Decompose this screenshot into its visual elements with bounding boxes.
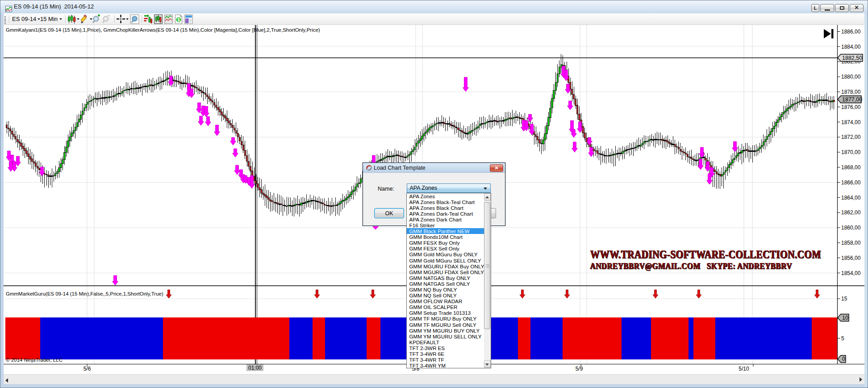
svg-text:10: 10 bbox=[842, 315, 848, 321]
svg-text:1877,00: 1877,00 bbox=[842, 96, 862, 103]
svg-text:0: 0 bbox=[842, 356, 845, 362]
svg-text:1886,00: 1886,00 bbox=[841, 29, 861, 35]
svg-text:1882,50: 1882,50 bbox=[842, 55, 862, 61]
svg-text:5: 5 bbox=[841, 335, 844, 342]
svg-text:1872,00: 1872,00 bbox=[841, 134, 861, 140]
svg-text:1858,00: 1858,00 bbox=[841, 240, 861, 246]
svg-text:1862,00: 1862,00 bbox=[841, 209, 861, 216]
svg-text:1866,00: 1866,00 bbox=[841, 179, 861, 186]
svg-text:15: 15 bbox=[841, 296, 847, 302]
svg-text:1876,00: 1876,00 bbox=[841, 104, 861, 110]
svg-text:1884,00: 1884,00 bbox=[841, 44, 861, 50]
svg-text:1874,00: 1874,00 bbox=[841, 119, 861, 125]
svg-text:$: $ bbox=[177, 17, 180, 22]
svg-text:1870,00: 1870,00 bbox=[841, 149, 861, 155]
svg-text:1868,00: 1868,00 bbox=[841, 164, 861, 171]
svg-text:1880,00: 1880,00 bbox=[841, 74, 861, 80]
svg-text:1878,00: 1878,00 bbox=[841, 89, 861, 95]
svg-text:5/10: 5/10 bbox=[739, 366, 749, 372]
svg-text:1860,00: 1860,00 bbox=[841, 225, 861, 231]
svg-text:5/6: 5/6 bbox=[83, 366, 91, 372]
svg-text:1864,00: 1864,00 bbox=[841, 195, 861, 201]
svg-text:01:00: 01:00 bbox=[248, 365, 262, 371]
svg-text:5/9: 5/9 bbox=[576, 366, 583, 372]
